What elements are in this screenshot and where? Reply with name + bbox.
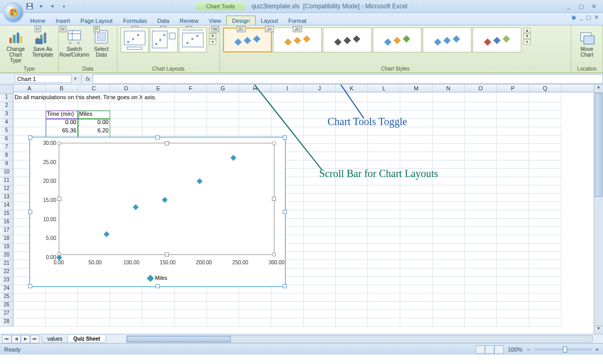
name-box[interactable]: Chart 1 <box>15 75 72 83</box>
sheet-nav-buttons: ⏮ ◀ ▶ ⏭ <box>2 335 40 343</box>
tab-data[interactable]: DataA <box>152 16 174 25</box>
ribbon-group-chart-layouts: ▲ ▼ ▾ Chart Layouts <box>117 25 220 73</box>
svg-rect-21 <box>124 31 145 45</box>
save-icon[interactable] <box>25 2 34 11</box>
sheet-nav-next[interactable]: ▶ <box>21 335 30 343</box>
layouts-scroll-more[interactable]: ▾ <box>209 39 216 45</box>
help-icon[interactable]: ◉ <box>571 14 576 21</box>
svg-rect-3 <box>11 13 13 15</box>
ribbon-tabs: HomeHInsertNPage LayoutPFormulasMDataARe… <box>0 13 603 25</box>
tab-view[interactable]: ViewW <box>204 16 227 25</box>
save-as-template-button[interactable]: Save As Template <box>30 28 55 59</box>
restore-button[interactable]: ▢ <box>576 2 586 10</box>
keytip: P <box>94 26 100 32</box>
svg-point-34 <box>196 35 199 37</box>
svg-rect-15 <box>35 39 43 44</box>
svg-rect-37 <box>584 36 594 44</box>
sheet-tab[interactable]: values <box>42 335 68 343</box>
chart-style-4[interactable] <box>373 28 422 52</box>
select-data-button[interactable]: Select Data <box>89 28 114 59</box>
svg-point-0 <box>9 8 18 17</box>
svg-line-38 <box>291 85 364 118</box>
layouts-scroll-down[interactable]: ▼ <box>209 33 216 39</box>
styles-scroll-up[interactable]: ▲ <box>523 28 531 33</box>
tab-page-layout[interactable]: Page LayoutP <box>75 16 118 25</box>
svg-rect-30 <box>169 33 176 39</box>
sheet-nav-first[interactable]: ⏮ <box>2 335 11 343</box>
close-button[interactable]: ✕ <box>588 2 599 10</box>
undo-icon[interactable] <box>36 2 46 11</box>
horizontal-scrollbar[interactable] <box>126 335 593 343</box>
office-button[interactable] <box>3 2 24 23</box>
view-page-layout-button[interactable] <box>485 345 494 354</box>
keytip: W <box>211 26 219 32</box>
fx-icon[interactable]: fx <box>84 76 93 82</box>
switch-row-column-button[interactable]: Switch Row/Column <box>62 28 87 59</box>
chart-tools-context-tab: Chart Tools <box>195 2 245 10</box>
tab-review[interactable]: ReviewR <box>175 16 204 25</box>
tab-home[interactable]: HomeH <box>25 16 50 25</box>
move-chart-button[interactable]: Move Chart <box>574 28 599 59</box>
ribbon-group-type: Change Chart Type Save As Template Type <box>0 25 59 73</box>
doc-minimize-icon[interactable]: _ <box>580 14 583 21</box>
svg-point-29 <box>163 34 165 36</box>
doc-close-icon[interactable]: ✕ <box>594 14 599 21</box>
annotation-lines <box>0 85 603 334</box>
chart-style-3[interactable] <box>323 28 372 52</box>
keytip: JC <box>237 26 245 32</box>
chart-layout-3[interactable] <box>179 28 207 52</box>
keytip: H <box>34 26 41 32</box>
sheet-tab-bar: ⏮ ◀ ▶ ⏭ valuesQuiz Sheet <box>0 334 603 343</box>
doc-restore-icon[interactable]: ▢ <box>586 14 591 21</box>
svg-point-33 <box>191 38 193 40</box>
namebox-dropdown-icon[interactable]: ▾ <box>72 75 79 82</box>
svg-line-39 <box>234 85 322 170</box>
ribbon-group-data: Switch Row/Column Select Data Data <box>59 25 117 73</box>
tab-formulas[interactable]: FormulasM <box>118 16 152 25</box>
keytip: JA <box>265 26 274 32</box>
svg-rect-31 <box>182 33 203 47</box>
status-ready: Ready <box>4 346 21 353</box>
styles-scroll-down[interactable]: ▼ <box>523 33 531 39</box>
view-buttons <box>476 345 504 354</box>
sheet-tab[interactable]: Quiz Sheet <box>68 335 106 343</box>
vertical-scrollbar[interactable]: ▲ ▼ <box>594 85 603 334</box>
formula-input[interactable] <box>93 74 603 84</box>
redo-icon[interactable] <box>48 2 57 11</box>
svg-rect-6 <box>28 7 32 9</box>
svg-point-27 <box>155 43 158 45</box>
title-bar: ▾ Chart Tools quiz3template.xls [Compati… <box>0 0 603 13</box>
svg-point-24 <box>137 34 139 36</box>
zoom-in-button[interactable]: + <box>596 346 599 353</box>
chart-styles-scroll: ▲ ▼ ▾ <box>523 28 531 45</box>
sheet-nav-prev[interactable]: ◀ <box>11 335 21 343</box>
qat-dropdown-icon[interactable]: ▾ <box>59 2 69 11</box>
chart-style-5[interactable] <box>423 28 471 52</box>
svg-rect-10 <box>17 33 19 43</box>
chart-layout-1[interactable] <box>121 28 149 52</box>
tab-format[interactable]: FormatJO <box>283 16 312 25</box>
minimize-button[interactable]: _ <box>563 2 574 10</box>
zoom-out-button[interactable]: − <box>527 346 530 353</box>
change-chart-type-button[interactable]: Change Chart Type <box>3 28 28 64</box>
chart-style-1[interactable] <box>223 28 272 52</box>
svg-point-28 <box>159 39 161 41</box>
styles-scroll-more[interactable]: ▾ <box>523 39 531 45</box>
svg-point-32 <box>187 42 189 44</box>
zoom-slider[interactable] <box>534 348 592 350</box>
svg-rect-25 <box>127 47 142 49</box>
sheet-tabs: valuesQuiz Sheet <box>42 335 106 343</box>
view-page-break-button[interactable] <box>494 345 504 354</box>
chart-layout-2[interactable] <box>150 28 178 52</box>
tab-layout[interactable]: LayoutJA <box>256 16 283 25</box>
zoom-level[interactable]: 100% <box>508 346 522 353</box>
tab-insert[interactable]: InsertN <box>50 16 75 25</box>
svg-point-22 <box>127 41 129 43</box>
svg-point-23 <box>132 38 134 40</box>
svg-rect-14 <box>44 33 46 43</box>
chart-style-6[interactable] <box>473 28 521 52</box>
tab-design[interactable]: DesignJC <box>226 16 255 25</box>
sheet-nav-last[interactable]: ⏭ <box>30 335 40 343</box>
view-normal-button[interactable] <box>476 345 485 354</box>
quick-access-toolbar: ▾ <box>25 2 69 11</box>
